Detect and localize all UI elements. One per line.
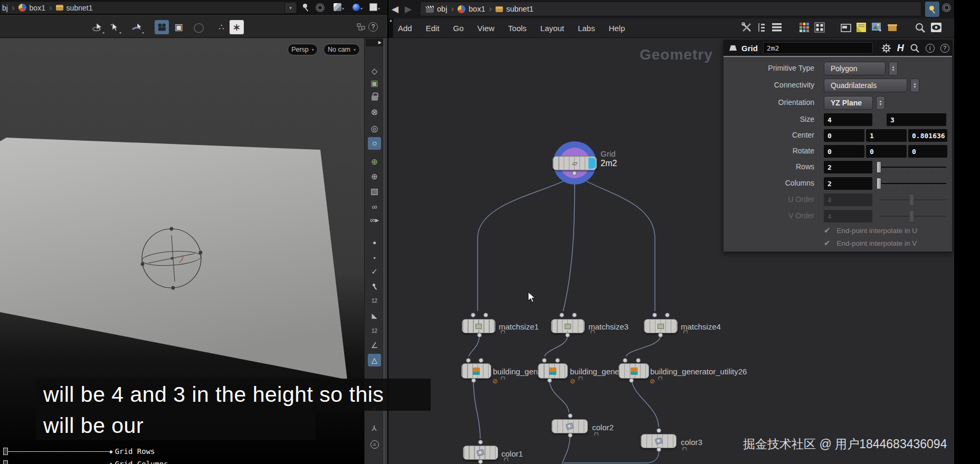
primitive-normals-icon-selected[interactable]	[368, 354, 381, 366]
node-input-dot[interactable]	[665, 313, 670, 317]
columns-field[interactable]: 2	[824, 177, 872, 190]
back-button[interactable]	[392, 4, 398, 15]
breadcrumb-subnet1[interactable]: subnet1	[496, 5, 534, 13]
point-marker-icon[interactable]	[368, 280, 381, 293]
size-x-field[interactable]: 4	[824, 113, 872, 126]
node-output-dot[interactable]	[565, 333, 570, 337]
geometry-cube-button[interactable]	[334, 3, 344, 11]
node-input-dot[interactable]	[479, 358, 483, 363]
node-input-dot[interactable]	[555, 358, 560, 363]
radial-menu-icon[interactable]	[942, 3, 951, 12]
connectivity-dropdown[interactable]: Quadrilaterals	[824, 79, 907, 92]
center-x-field[interactable]: 0	[824, 129, 864, 142]
path-dropdown-button[interactable]	[284, 2, 297, 14]
show-points-icon[interactable]	[368, 236, 381, 249]
node-output-dot[interactable]	[478, 459, 483, 464]
network-breadcrumb[interactable]: obj box1 subnet1	[420, 2, 921, 16]
select-tool-button[interactable]	[107, 20, 121, 34]
sticky-note-icon[interactable]	[856, 22, 867, 33]
breadcrumb-box1[interactable]: box1	[18, 4, 45, 12]
columns-slider-track[interactable]	[880, 183, 946, 184]
size-y-field[interactable]: 3	[887, 113, 946, 126]
layout-hierarchy-button[interactable]	[354, 20, 368, 34]
node-output-dot[interactable]	[572, 171, 577, 176]
node-grid[interactable]	[553, 156, 597, 170]
node-building-generator-1[interactable]	[461, 363, 491, 379]
help-icon[interactable]	[368, 22, 378, 32]
rows-slider-track[interactable]	[880, 167, 946, 168]
display-options-button[interactable]	[230, 20, 244, 34]
lock-camera-icon[interactable]	[368, 90, 381, 103]
checkbox-endpoint-v[interactable]: End-point interpolate in V	[824, 238, 917, 248]
node-shape-icon[interactable]	[841, 22, 851, 33]
node-input-dot[interactable]	[559, 313, 564, 317]
tree-view-icon[interactable]	[757, 22, 767, 33]
slider-handle[interactable]	[3, 448, 8, 455]
node-output-dot[interactable]	[477, 333, 482, 337]
menu-tools[interactable]: Tools	[506, 24, 529, 33]
zoom-search-icon[interactable]	[915, 22, 926, 33]
columns-slider-handle[interactable]	[877, 178, 881, 189]
node-input-dot[interactable]	[636, 358, 641, 363]
checkbox-grid-icon[interactable]	[814, 22, 825, 33]
gear-icon[interactable]	[881, 43, 891, 53]
node-color3[interactable]	[641, 434, 677, 448]
menu-view[interactable]: View	[475, 24, 497, 33]
flipbook-bee-button[interactable]	[214, 20, 229, 34]
center-z-field[interactable]: 0.801636	[908, 129, 947, 142]
breadcrumb-box1[interactable]: box1	[458, 5, 485, 13]
node-output-dot[interactable]	[471, 378, 476, 383]
toolbar-scroll-button[interactable]	[366, 39, 383, 46]
normal-lighting-icon-selected[interactable]	[368, 137, 381, 150]
point-trail-icon[interactable]	[368, 265, 381, 278]
node-input-dot[interactable]	[572, 313, 577, 317]
menu-edit[interactable]: Edit	[424, 24, 442, 33]
node-input-dot[interactable]	[466, 358, 471, 363]
menu-add[interactable]: Add	[396, 24, 414, 33]
scroll-up-icon[interactable]	[388, 18, 393, 38]
primitive-type-dropdown[interactable]: Polygon	[824, 62, 886, 75]
move-tool-button[interactable]	[130, 20, 144, 34]
blank-swatch-button[interactable]	[369, 3, 380, 11]
spinner-icon[interactable]	[876, 96, 885, 110]
node-output-dot[interactable]	[568, 433, 573, 438]
forward-button[interactable]	[405, 4, 412, 15]
viewport-path-field[interactable]: bj box1 subnet1	[0, 1, 298, 14]
center-y-field[interactable]: 1	[866, 129, 907, 142]
rows-field[interactable]: 2	[824, 161, 872, 173]
node-input-dot[interactable]	[478, 440, 483, 444]
point-size-icon[interactable]	[368, 252, 381, 265]
node-input-dot[interactable]	[471, 313, 475, 317]
node-input-dot[interactable]	[656, 428, 661, 433]
node-building-generator-2[interactable]	[538, 363, 568, 379]
node-matchsize3[interactable]	[551, 319, 585, 333]
perspective-view-button[interactable]: Persp	[288, 44, 318, 55]
node-input-dot[interactable]	[542, 358, 547, 363]
menu-go[interactable]: Go	[451, 24, 466, 33]
menu-help[interactable]: Help	[606, 24, 627, 33]
camera-tool-button-selected[interactable]	[155, 20, 169, 34]
color-palette-grid-icon[interactable]	[799, 22, 810, 33]
breadcrumb-obj[interactable]: obj	[426, 5, 447, 13]
node-matchsize1[interactable]	[462, 319, 496, 333]
hud-grid-columns-slider[interactable]: Grid Columns	[3, 460, 168, 464]
node-name-input[interactable]: 2m2	[763, 42, 873, 54]
rotate-x-field[interactable]: 0	[824, 145, 864, 158]
node-input-dot[interactable]	[568, 413, 573, 418]
visibility-eye-icon[interactable]	[930, 22, 942, 33]
reference-plane-icon[interactable]	[368, 65, 381, 78]
breadcrumb-subnet1[interactable]: subnet1	[56, 4, 93, 12]
radial-menu-icon[interactable]	[316, 3, 325, 12]
primitive-numbers-icon[interactable]	[368, 324, 381, 337]
slider-handle[interactable]	[3, 460, 8, 464]
glasses-flipbook-icon[interactable]	[368, 214, 381, 226]
point-numbers-icon[interactable]	[368, 294, 381, 307]
material-shading-icon[interactable]	[368, 185, 381, 197]
shadows-icon[interactable]	[368, 170, 381, 183]
rotate-z-field[interactable]: 0	[908, 145, 947, 158]
hud-grid-rows-slider[interactable]: Grid Rows	[3, 447, 155, 456]
node-output-dot[interactable]	[658, 333, 663, 337]
spinner-icon[interactable]	[889, 62, 898, 75]
checkbox-endpoint-u[interactable]: End-point interpolate in U	[824, 226, 917, 235]
axis-display-icon[interactable]	[368, 422, 381, 434]
